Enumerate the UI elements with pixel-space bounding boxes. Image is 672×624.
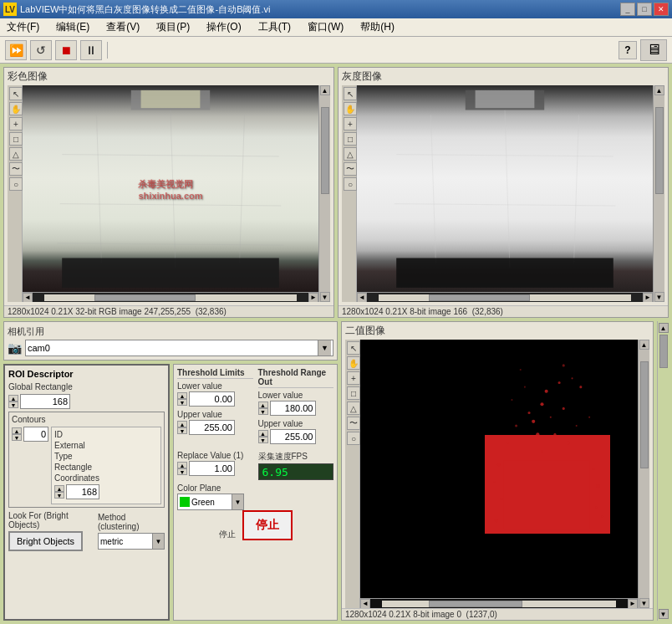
bin-select-tool[interactable]: ↖ bbox=[347, 341, 360, 355]
global-spin-up[interactable]: ▲ bbox=[8, 395, 18, 402]
gray-h-scrollbar[interactable]: ◄ ► bbox=[357, 292, 653, 302]
out-lower-input[interactable] bbox=[270, 401, 316, 416]
binary-h-scroll-thumb[interactable] bbox=[429, 601, 522, 607]
menu-window[interactable]: 窗口(W) bbox=[304, 18, 347, 36]
bin-zoom-tool[interactable]: + bbox=[347, 371, 360, 385]
lower-spin-up[interactable]: ▲ bbox=[177, 392, 187, 399]
gray-v-scroll-thumb[interactable] bbox=[655, 107, 664, 194]
menu-operate[interactable]: 操作(O) bbox=[203, 18, 244, 36]
binary-image-canvas[interactable] bbox=[360, 340, 638, 598]
circle-tool[interactable]: ○ bbox=[9, 177, 23, 191]
binary-scroll-right[interactable]: ► bbox=[628, 599, 638, 609]
coords-spin-up[interactable]: ▲ bbox=[54, 485, 64, 492]
out-lower-up[interactable]: ▲ bbox=[258, 402, 268, 408]
lower-value-input[interactable] bbox=[189, 391, 235, 407]
out-upper-input[interactable] bbox=[270, 429, 316, 444]
pause-button[interactable]: ⏸ bbox=[80, 40, 102, 60]
contour-index-input[interactable] bbox=[23, 427, 48, 442]
contour-spin-up[interactable]: ▲ bbox=[12, 427, 22, 434]
menu-file[interactable]: 文件(F) bbox=[3, 18, 43, 36]
upper-value-input[interactable] bbox=[189, 420, 235, 435]
color-scroll-up[interactable]: ▲ bbox=[320, 85, 330, 95]
out-upper-down[interactable]: ▼ bbox=[258, 437, 268, 443]
color-h-scroll-track[interactable] bbox=[44, 294, 297, 301]
upper-spin-up[interactable]: ▲ bbox=[177, 421, 187, 427]
replace-down[interactable]: ▼ bbox=[177, 468, 187, 475]
binary-h-scrollbar[interactable]: ◄ ► bbox=[360, 598, 638, 608]
run-cont-button[interactable]: ↺ bbox=[30, 40, 52, 60]
bin-hand-tool[interactable]: ✋ bbox=[347, 356, 360, 370]
run-button[interactable]: ⏩ bbox=[5, 40, 27, 60]
maximize-button[interactable]: □ bbox=[637, 3, 652, 16]
menu-help[interactable]: 帮助(H) bbox=[357, 18, 398, 36]
gray-scroll-down[interactable]: ▼ bbox=[654, 292, 664, 302]
global-value-input[interactable] bbox=[20, 394, 70, 409]
bin-circle-tool[interactable]: ○ bbox=[347, 432, 360, 445]
color-scroll-down[interactable]: ▼ bbox=[320, 292, 330, 302]
gray-h-scroll-thumb[interactable] bbox=[429, 294, 530, 301]
binary-v-scroll-thumb[interactable] bbox=[640, 361, 649, 468]
select-tool[interactable]: ↖ bbox=[9, 87, 23, 100]
rs-scroll-up[interactable]: ▲ bbox=[659, 323, 669, 333]
lower-spin-down[interactable]: ▼ bbox=[177, 399, 187, 406]
gray-scroll-left[interactable]: ◄ bbox=[357, 293, 367, 303]
help-button[interactable]: ? bbox=[619, 41, 637, 59]
rect-tool[interactable]: □ bbox=[9, 132, 23, 146]
color-scroll-right[interactable]: ► bbox=[308, 293, 318, 303]
color-h-scrollbar[interactable]: ◄ ► bbox=[23, 292, 318, 302]
gray-v-scrollbar[interactable]: ▲ ▼ bbox=[653, 85, 664, 302]
color-v-scrollbar[interactable]: ▲ ▼ bbox=[318, 85, 330, 302]
camera-dropdown[interactable]: cam0 ▼ bbox=[25, 340, 333, 356]
coords-value-input[interactable] bbox=[66, 484, 99, 499]
gray-select-tool[interactable]: ↖ bbox=[344, 87, 357, 100]
bin-poly-tool[interactable]: △ bbox=[347, 402, 360, 415]
color-h-scroll-thumb[interactable] bbox=[94, 294, 196, 301]
stop-run-button[interactable]: ⏹ bbox=[55, 40, 77, 60]
replace-input[interactable] bbox=[189, 461, 235, 476]
out-upper-up[interactable]: ▲ bbox=[258, 430, 268, 437]
zoom-tool[interactable]: + bbox=[9, 117, 23, 130]
color-plane-dropdown[interactable]: Green ▼ bbox=[177, 494, 244, 510]
gray-circle-tool[interactable]: ○ bbox=[344, 177, 357, 191]
menu-edit[interactable]: 编辑(E) bbox=[53, 18, 93, 36]
curve-tool[interactable]: 〜 bbox=[9, 162, 23, 176]
out-lower-down[interactable]: ▼ bbox=[258, 408, 268, 415]
binary-scroll-left[interactable]: ◄ bbox=[360, 599, 370, 609]
gray-hand-tool[interactable]: ✋ bbox=[344, 102, 357, 115]
binary-scroll-down[interactable]: ▼ bbox=[639, 598, 649, 608]
bin-curve-tool[interactable]: 〜 bbox=[347, 417, 360, 430]
gray-poly-tool[interactable]: △ bbox=[344, 147, 357, 161]
bin-rect-tool[interactable]: □ bbox=[347, 386, 360, 400]
color-plane-arrow[interactable]: ▼ bbox=[232, 494, 243, 509]
minimize-button[interactable]: _ bbox=[620, 3, 635, 16]
gray-rect-tool[interactable]: □ bbox=[344, 132, 357, 146]
gray-scroll-right[interactable]: ► bbox=[643, 293, 653, 303]
binary-v-scrollbar[interactable]: ▲ ▼ bbox=[638, 340, 649, 608]
coords-spin-down[interactable]: ▼ bbox=[54, 492, 64, 499]
color-scroll-left[interactable]: ◄ bbox=[23, 293, 33, 303]
poly-tool[interactable]: △ bbox=[9, 147, 23, 161]
hand-tool[interactable]: ✋ bbox=[9, 102, 23, 115]
stop-button[interactable]: 停止 bbox=[242, 510, 293, 540]
menu-project[interactable]: 项目(P) bbox=[153, 18, 193, 36]
gray-curve-tool[interactable]: 〜 bbox=[344, 162, 357, 176]
look-for-button[interactable]: Bright Objects bbox=[8, 531, 83, 551]
gray-image-canvas[interactable] bbox=[357, 85, 653, 292]
binary-h-scroll-track[interactable] bbox=[382, 601, 616, 607]
camera-dropdown-arrow[interactable]: ▼ bbox=[318, 340, 331, 355]
rs-scroll-thumb[interactable] bbox=[659, 335, 668, 368]
contour-spin-down[interactable]: ▼ bbox=[12, 434, 22, 441]
replace-up[interactable]: ▲ bbox=[177, 462, 187, 468]
method-dropdown[interactable]: metric ▼ bbox=[98, 533, 165, 550]
method-dropdown-arrow[interactable]: ▼ bbox=[152, 534, 164, 549]
upper-spin-down[interactable]: ▼ bbox=[177, 427, 187, 434]
color-v-scroll-thumb[interactable] bbox=[321, 107, 329, 194]
rs-scroll-down[interactable]: ▼ bbox=[659, 609, 669, 619]
global-spin-down[interactable]: ▼ bbox=[8, 402, 18, 408]
gray-scroll-up[interactable]: ▲ bbox=[654, 85, 664, 95]
binary-scroll-up[interactable]: ▲ bbox=[639, 340, 649, 350]
menu-tools[interactable]: 工具(T) bbox=[255, 18, 294, 36]
close-button[interactable]: ✕ bbox=[654, 3, 669, 16]
color-image-canvas[interactable]: 杀毒美视觉网shixinhua.com bbox=[23, 85, 318, 292]
gray-zoom-tool[interactable]: + bbox=[344, 117, 357, 130]
